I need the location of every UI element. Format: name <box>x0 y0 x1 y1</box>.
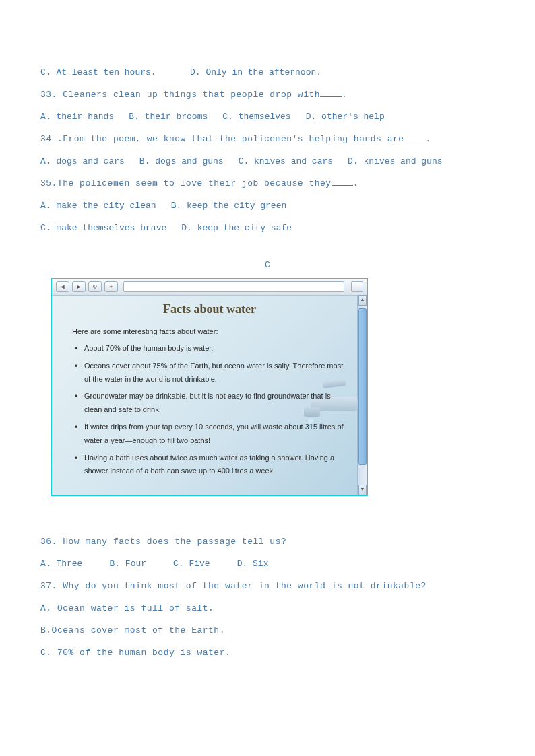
passage-bullets: About 70% of the human body is water. Oc… <box>72 342 347 478</box>
tab-button[interactable] <box>351 281 363 292</box>
q34-stem-pre: 34 .From the poem, we know that the poli… <box>40 134 404 144</box>
q36-stem: 36. How many facts does the passage tell… <box>40 537 495 547</box>
q32-options-cd: C. At least ten hours. D. Only in the af… <box>40 67 495 77</box>
section-label: C <box>40 260 495 270</box>
bullet-item: Having a bath uses about twice as much w… <box>72 452 347 479</box>
q35-option-d: D. keep the city safe <box>181 223 292 233</box>
bullet-item: Oceans cover about 75% of the Earth, but… <box>72 359 347 386</box>
bullet-item: If water drips from your tap every 10 se… <box>72 421 347 448</box>
passage-intro: Here are some interesting facts about wa… <box>72 327 347 335</box>
q35-option-b: B. keep the city green <box>171 201 287 211</box>
q34-stem-post: . <box>426 134 431 144</box>
q36-options: A. Three B. Four C. Five D. Six <box>40 559 495 569</box>
q36-option-d: D. Six <box>237 559 269 569</box>
q34-options: A. dogs and cars B. dogs and guns C. kni… <box>40 156 495 166</box>
q33-option-a: A. their hands <box>40 112 114 122</box>
q35-option-c: C. make themselves brave <box>40 223 166 233</box>
q33-stem-post: . <box>342 90 347 100</box>
q37-option-c: C. 70% of the human body is water. <box>40 648 495 658</box>
q33-option-b: B. their brooms <box>129 112 208 122</box>
q34-stem: 34 .From the poem, we know that the poli… <box>40 134 495 144</box>
q35-stem: 35.The policemen seem to love their job … <box>40 178 495 188</box>
blank-icon <box>320 96 342 97</box>
q34-option-d: D. knives and guns <box>348 156 442 166</box>
nav-back-button[interactable]: ◄ <box>56 281 69 292</box>
q36-option-a: A. Three <box>40 559 82 569</box>
q32-option-c: C. At least ten hours. <box>40 67 190 77</box>
page-content: C. At least ten hours. D. Only in the af… <box>0 0 535 710</box>
q36-option-c: C. Five <box>173 559 210 569</box>
q34-option-c: C. knives and cars <box>239 156 333 166</box>
q35-option-a: A. make the city clean <box>40 201 156 211</box>
browser-toolbar: ◄ ► ↻ + <box>52 279 367 296</box>
q33-stem: 33. Cleaners clean up things that people… <box>40 90 495 100</box>
q37-option-a: A. Ocean water is full of salt. <box>40 603 495 613</box>
q34-option-a: A. dogs and cars <box>40 156 125 166</box>
q35-stem-pre: 35.The policemen seem to love their job … <box>40 178 332 188</box>
q35-options-cd: C. make themselves brave D. keep the cit… <box>40 223 495 233</box>
q36-option-b: B. Four <box>109 559 146 569</box>
bullet-item: About 70% of the human body is water. <box>72 342 347 355</box>
q33-option-c: C. themselves <box>222 112 290 122</box>
url-input[interactable] <box>123 281 344 292</box>
q33-option-d: D. other's help <box>306 112 385 122</box>
q32-option-d: D. Only in the afternoon. <box>190 67 321 77</box>
browser-window: ◄ ► ↻ + ▲ ▼ Facts about water Here are s… <box>51 278 368 496</box>
blank-icon <box>404 141 426 141</box>
q37-stem: 37. Why do you think most of the water i… <box>40 581 495 591</box>
q37-option-b: B.Oceans cover most of the Earth. <box>40 625 495 635</box>
nav-add-button[interactable]: + <box>104 281 118 292</box>
bullet-item: Groundwater may be drinkable, but it is … <box>72 390 347 417</box>
q35-stem-post: . <box>353 178 358 188</box>
q35-options-ab: A. make the city clean B. keep the city … <box>40 201 495 211</box>
browser-content: Facts about water Here are some interest… <box>52 296 367 495</box>
nav-refresh-button[interactable]: ↻ <box>88 281 102 292</box>
passage-title: Facts about water <box>72 302 347 316</box>
q33-stem-pre: 33. Cleaners clean up things that people… <box>40 90 320 100</box>
blank-icon <box>332 185 353 186</box>
nav-forward-button[interactable]: ► <box>72 281 86 292</box>
q34-option-b: B. dogs and guns <box>139 156 224 166</box>
q33-options: A. their hands B. their brooms C. themse… <box>40 112 495 122</box>
